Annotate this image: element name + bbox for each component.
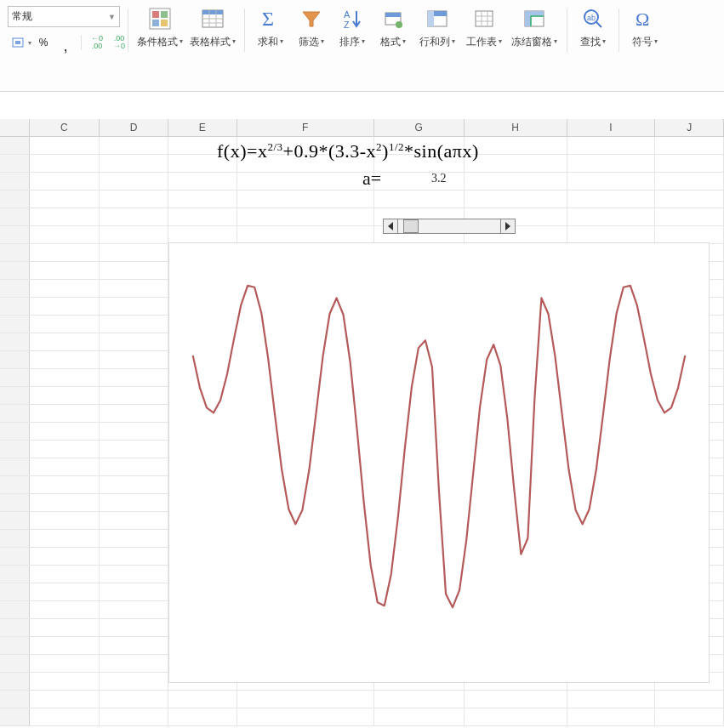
- percent-button[interactable]: %: [33, 32, 54, 53]
- find-button[interactable]: ab 查找▾: [573, 3, 613, 48]
- chevron-down-icon: ▼: [108, 13, 116, 21]
- editing-group: Σ 求和▾ 筛选▾ AZ 排序▾ 格式▾ 行和列▾: [245, 3, 567, 91]
- currency-button[interactable]: [8, 32, 28, 53]
- ribbon-toolbar: 常规 ▼ ▾ % , ←0 .00 .00 →0 条件格式▾ 表格样式: [0, 0, 724, 92]
- comma-button[interactable]: ,: [55, 32, 76, 53]
- svg-text:ab: ab: [587, 14, 596, 22]
- svg-rect-5: [152, 20, 159, 26]
- dec-inc-label: .00 →0: [113, 35, 125, 50]
- chevron-down-icon: ▾: [280, 36, 283, 48]
- inc-dec-label: ←0 .00: [91, 35, 103, 50]
- freeze-icon: [521, 5, 548, 32]
- style-group: 条件格式▾ 表格样式▾: [128, 3, 244, 91]
- rows-cols-label: 行和列: [419, 36, 450, 48]
- col-header[interactable]: E: [168, 119, 237, 136]
- chevron-down-icon: ▾: [362, 36, 365, 48]
- param-slider[interactable]: [383, 219, 516, 234]
- sort-icon: AZ: [339, 5, 366, 32]
- a-value: 3.2: [431, 172, 447, 185]
- chevron-down-icon: ▾: [321, 36, 324, 48]
- decrease-decimal-button[interactable]: .00 →0: [109, 32, 129, 53]
- freeze-panes-button[interactable]: 冻结窗格▾: [507, 3, 562, 48]
- a-label: a=: [362, 168, 381, 190]
- chevron-down-icon: ▾: [602, 36, 606, 48]
- conditional-format-button[interactable]: 条件格式▾: [134, 3, 186, 48]
- corner: [0, 119, 30, 136]
- omega-icon: Ω: [631, 5, 658, 32]
- sort-label: 排序: [339, 36, 360, 48]
- format-icon: [379, 5, 407, 32]
- col-header[interactable]: G: [374, 119, 465, 136]
- col-header[interactable]: F: [237, 119, 374, 136]
- table-styles-button[interactable]: 表格样式▾: [186, 3, 239, 48]
- freeze-label: 冻结窗格: [511, 36, 552, 48]
- svg-rect-22: [476, 11, 493, 26]
- rows-cols-icon: [424, 5, 451, 32]
- sum-button[interactable]: Σ 求和▾: [250, 3, 291, 48]
- rows-cols-button[interactable]: 行和列▾: [413, 3, 461, 48]
- slider-left-button[interactable]: [383, 219, 398, 234]
- col-header[interactable]: C: [30, 119, 100, 136]
- svg-rect-17: [385, 13, 401, 17]
- filter-label: 筛选: [299, 36, 319, 48]
- col-header[interactable]: H: [465, 119, 567, 136]
- divider: [81, 35, 82, 50]
- svg-text:Σ: Σ: [262, 8, 274, 30]
- svg-text:A: A: [344, 9, 351, 20]
- svg-rect-3: [152, 11, 159, 18]
- worksheet-label: 工作表: [466, 36, 497, 48]
- col-header[interactable]: J: [655, 119, 724, 136]
- svg-rect-4: [161, 11, 168, 18]
- comma-label: ,: [63, 37, 67, 55]
- sum-label: 求和: [258, 36, 278, 48]
- slider-track[interactable]: [398, 219, 500, 234]
- col-header[interactable]: I: [567, 119, 656, 136]
- conditional-format-label: 条件格式: [137, 36, 178, 48]
- funnel-icon: [298, 5, 325, 32]
- chevron-down-icon: ▾: [452, 36, 455, 48]
- chevron-down-icon: ▾: [654, 36, 658, 48]
- svg-rect-6: [161, 20, 168, 26]
- slider-right-button[interactable]: [500, 219, 516, 234]
- increase-decimal-button[interactable]: ←0 .00: [87, 32, 107, 53]
- column-headers: C D E F G H I J: [0, 119, 724, 137]
- find-label: 查找: [580, 36, 601, 48]
- number-format-value: 常规: [12, 9, 32, 24]
- svg-rect-8: [202, 10, 223, 14]
- svg-rect-29: [525, 11, 531, 26]
- format-label: 格式: [380, 36, 401, 48]
- worksheet-button[interactable]: 工作表▾: [461, 3, 507, 48]
- symbol-label: 符号: [632, 36, 653, 48]
- symbol-group: Ω 符号▾: [619, 3, 670, 91]
- symbol-button[interactable]: Ω 符号▾: [624, 3, 665, 48]
- chevron-down-icon: ▾: [499, 36, 502, 48]
- percent-label: %: [39, 37, 48, 48]
- chevron-down-icon: ▾: [28, 39, 31, 47]
- chart[interactable]: [168, 242, 710, 683]
- chevron-down-icon: ▾: [232, 36, 236, 48]
- sort-button[interactable]: AZ 排序▾: [332, 3, 373, 48]
- conditional-format-icon: [146, 5, 174, 32]
- chevron-down-icon: ▾: [402, 36, 406, 48]
- filter-button[interactable]: 筛选▾: [291, 3, 332, 48]
- slider-thumb[interactable]: [403, 219, 419, 233]
- svg-text:Ω: Ω: [636, 9, 649, 30]
- svg-line-32: [596, 22, 601, 27]
- svg-rect-21: [428, 11, 434, 26]
- chevron-down-icon: ▾: [180, 36, 183, 48]
- number-format-select[interactable]: 常规 ▼: [8, 6, 120, 27]
- svg-point-18: [396, 21, 402, 28]
- format-button[interactable]: 格式▾: [373, 3, 413, 48]
- number-format-group: 常规 ▼ ▾ % , ←0 .00 .00 →0: [0, 3, 128, 91]
- find-icon: ab: [579, 5, 607, 32]
- sigma-icon: Σ: [257, 5, 284, 32]
- table-styles-label: 表格样式: [190, 36, 231, 48]
- formula-text: f(x)=x2/3+0.9*(3.3-x2)1/2*sin(aπx): [217, 140, 479, 162]
- table-styles-icon: [199, 5, 226, 32]
- svg-rect-1: [15, 41, 20, 44]
- col-header[interactable]: D: [100, 119, 168, 136]
- spreadsheet-area: C D E F G H I J f(x)=x2/3+0.9*(3.3-x2)1/…: [0, 119, 724, 726]
- chevron-down-icon: ▾: [554, 36, 557, 48]
- find-group: ab 查找▾: [567, 3, 619, 91]
- worksheet-icon: [470, 5, 498, 32]
